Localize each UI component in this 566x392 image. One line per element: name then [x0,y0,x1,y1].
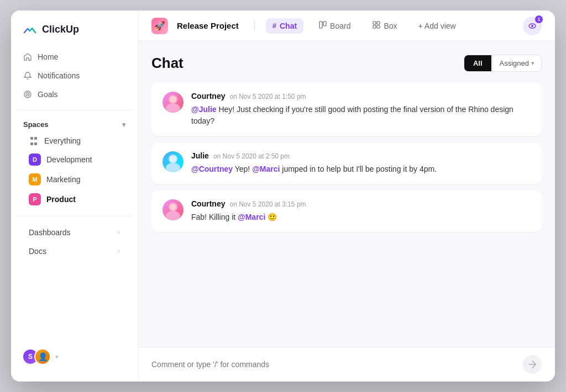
spaces-chevron-icon: ▾ [122,121,125,129]
eye-icon [528,22,537,30]
tab-board[interactable]: Board [312,18,357,34]
sidebar-item-docs[interactable]: Docs › [17,242,132,261]
sidebar-item-product[interactable]: P Product [17,189,132,209]
mention-julie: @Julie [191,105,217,114]
sidebar-item-goals[interactable]: Goals [17,86,132,103]
everything-icon [29,136,39,146]
add-view-button[interactable]: + Add view [413,18,462,34]
everything-label: Everything [44,136,81,145]
box-icon [373,21,380,30]
svg-point-12 [166,103,180,113]
avatar-g: 👤 [34,348,51,365]
home-icon [23,52,32,61]
message-1-author: Courtney [191,92,225,100]
svg-point-15 [166,163,180,172]
sidebar-item-notifications[interactable]: Notifications [17,67,132,84]
sidebar-divider-1 [17,110,132,110]
tab-box[interactable]: Box [366,18,403,34]
topbar: 🚀 Release Project # Chat Board Box + Ad [138,10,555,41]
svg-point-13 [170,96,176,103]
main-content: 🚀 Release Project # Chat Board Box + Ad [138,10,555,382]
user-avatars[interactable]: S 👤 [22,348,51,365]
message-3-time: on Nov 5 2020 at 3:15 pm [229,200,306,208]
message-1-text: @Julie Hey! Just checking if you're stil… [191,104,531,127]
tab-board-label: Board [330,22,350,30]
dashboards-label: Dashboards [29,228,71,237]
logo: ClickUp [11,22,138,48]
message-3-header: Courtney on Nov 5 2020 at 3:15 pm [191,199,531,208]
message-2-end: jumped in to help but I'll be posting it… [280,165,437,173]
mention-courtney: @Courtney [191,165,233,173]
app-name: ClickUp [42,24,79,35]
dashboards-chevron-icon: › [118,229,120,236]
tab-box-label: Box [384,22,397,30]
message-3: Courtney on Nov 5 2020 at 3:15 pm Fab! K… [151,190,542,232]
message-1-body: Hey! Just checking if you're still good … [191,105,513,125]
message-2-content: Julie on Nov 5 2020 at 2:50 pm @Courtney… [191,151,531,175]
product-badge: P [29,193,41,205]
svg-rect-3 [319,22,322,28]
mention-marci: @Marci [252,165,280,173]
sidebar: ClickUp Home Notifications Goals [11,10,138,382]
send-button[interactable] [523,355,542,374]
message-2-mid: Yep! [233,165,252,173]
message-2-header: Julie on Nov 5 2020 at 2:50 pm [191,151,531,160]
svg-rect-8 [377,25,380,28]
tab-divider [254,20,255,31]
svg-rect-6 [377,22,380,24]
spaces-label: Spaces [23,120,49,129]
tab-chat[interactable]: # Chat [266,18,303,34]
chat-area: Chat All Assigned ▾ [138,41,555,347]
filter-assigned-label: Assigned [500,59,529,67]
sidebar-bottom: S 👤 ▾ [11,343,138,370]
message-2-time: on Nov 5 2020 at 2:50 pm [213,152,290,160]
docs-chevron-icon: › [118,247,120,255]
home-label: Home [38,52,58,61]
send-icon [528,360,537,369]
clickup-logo-icon [22,22,38,37]
add-view-label: + Add view [418,22,456,30]
user-dropdown-icon[interactable]: ▾ [55,353,59,361]
bell-icon [23,71,32,80]
mention-marci-2: @Marci [238,213,265,221]
sidebar-item-everything[interactable]: Everything [17,132,132,150]
comment-bar [138,347,555,382]
message-3-start: Fab! Killing it [191,213,238,221]
filter-all-button[interactable]: All [464,55,491,71]
sidebar-nav: Home Notifications Goals [11,48,138,103]
chat-title: Chat [151,55,184,72]
svg-rect-4 [323,22,326,26]
watch-button[interactable]: 1 [523,17,542,35]
sidebar-divider-2 [17,216,132,216]
sidebar-item-home[interactable]: Home [17,48,132,66]
message-1-time: on Nov 5 2020 at 1:50 pm [229,93,306,100]
app-window: ClickUp Home Notifications Goals [11,10,555,382]
sidebar-item-marketing[interactable]: M Marketing [17,169,132,189]
message-1-content: Courtney on Nov 5 2020 at 1:50 pm @Julie… [191,92,531,127]
goals-icon [23,90,32,99]
development-label: Development [46,155,92,164]
filter-group: All Assigned ▾ [464,55,542,72]
tab-chat-label: Chat [280,22,297,30]
avatar-julie [163,151,184,172]
message-1-header: Courtney on Nov 5 2020 at 1:50 pm [191,92,531,100]
message-3-author: Courtney [191,199,225,208]
comment-input[interactable] [151,360,516,369]
spaces-header[interactable]: Spaces ▾ [11,117,138,132]
message-3-emoji: 🙂 [268,213,277,221]
message-2-text: @Courtney Yep! @Marci jumped in to help … [191,163,531,175]
avatar-courtney-2 [163,199,184,220]
message-2-author: Julie [191,151,209,160]
sidebar-item-development[interactable]: D Development [17,150,132,169]
message-1: Courtney on Nov 5 2020 at 1:50 pm @Julie… [151,83,542,136]
svg-point-10 [531,25,533,27]
product-label: Product [46,195,76,204]
svg-point-16 [170,156,176,162]
hash-icon: # [272,22,276,30]
docs-label: Docs [29,247,46,256]
development-badge: D [29,153,41,166]
message-3-text: Fab! Killing it @Marci 🙂 [191,211,531,223]
filter-assigned-button[interactable]: Assigned ▾ [492,55,541,71]
sidebar-item-dashboards[interactable]: Dashboards › [17,223,132,242]
project-icon: 🚀 [151,18,168,34]
